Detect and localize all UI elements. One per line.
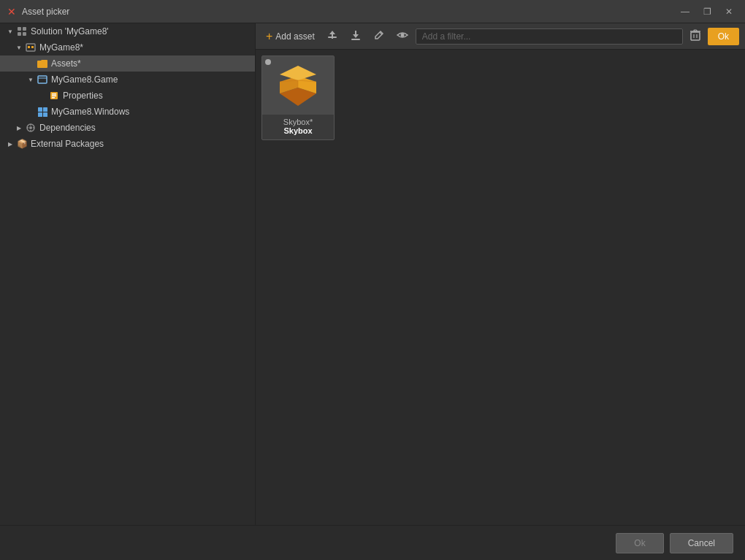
svg-rect-16 xyxy=(43,112,47,117)
bottom-bar: Ok Cancel xyxy=(0,525,745,560)
tree-dependencies[interactable]: ▶ Dependencies xyxy=(0,120,255,136)
left-panel-tree: ▼ Solution 'MyGame8' ▼ xyxy=(0,23,256,525)
tree-project[interactable]: ▼ MyGame8* xyxy=(0,39,255,55)
asset-name-bottom: Skybox xyxy=(265,126,331,135)
trash-icon xyxy=(690,29,700,43)
bottom-ok-button[interactable]: Ok xyxy=(616,533,663,553)
solution-arrow: ▼ xyxy=(6,27,15,36)
svg-rect-27 xyxy=(691,32,700,40)
plus-icon: + xyxy=(266,30,272,43)
toolbar-ok-button[interactable]: Ok xyxy=(708,28,739,45)
import-icon xyxy=(350,29,362,43)
window-controls: — ❐ ✕ xyxy=(675,4,739,19)
asset-tile-skybox[interactable]: Skybox* Skybox xyxy=(261,55,335,140)
game-label: MyGame8.Game xyxy=(51,74,118,85)
asset-grid: Skybox* Skybox xyxy=(256,50,745,525)
asset-dot xyxy=(265,59,271,65)
dependencies-arrow: ▶ xyxy=(15,123,23,132)
project-icon xyxy=(25,42,37,53)
svg-rect-6 xyxy=(31,46,34,48)
svg-rect-10 xyxy=(52,93,56,95)
svg-marker-35 xyxy=(280,66,316,80)
assets-label: Assets* xyxy=(51,58,81,69)
svg-point-26 xyxy=(400,34,404,37)
asset-thumbnail xyxy=(262,56,334,115)
tree-solution[interactable]: ▼ Solution 'MyGame8' xyxy=(0,23,255,39)
title-bar: ✕ Asset picker — ❐ ✕ xyxy=(0,0,745,23)
windows-label: MyGame8.Windows xyxy=(51,107,129,117)
project-label: MyGame8* xyxy=(39,42,83,53)
svg-rect-24 xyxy=(351,39,360,40)
visibility-button[interactable] xyxy=(392,27,413,46)
window-title: Asset picker xyxy=(22,7,675,17)
svg-rect-0 xyxy=(18,27,21,31)
export-icon xyxy=(326,29,338,43)
edit-button[interactable] xyxy=(369,27,389,46)
asset-name-top: Skybox* xyxy=(265,118,331,126)
filter-input[interactable] xyxy=(416,28,683,45)
maximize-button[interactable]: ❐ xyxy=(697,4,717,19)
tree-properties[interactable]: ▶ Properties xyxy=(0,88,255,104)
svg-rect-11 xyxy=(52,96,56,97)
minimize-button[interactable]: — xyxy=(675,4,695,19)
add-asset-button[interactable]: + Add asset xyxy=(261,27,319,46)
svg-rect-2 xyxy=(18,32,21,36)
svg-rect-4 xyxy=(26,44,35,51)
bottom-cancel-button[interactable]: Cancel xyxy=(670,533,733,553)
svg-rect-1 xyxy=(23,27,26,31)
tree-windows[interactable]: ▶ MyGame8.Windows xyxy=(0,104,255,120)
external-packages-arrow: ▶ xyxy=(6,139,15,148)
windows-icon xyxy=(37,106,48,118)
svg-rect-7 xyxy=(38,76,47,83)
import-button[interactable] xyxy=(345,27,366,46)
properties-label: Properties xyxy=(63,91,103,101)
game-arrow: ▼ xyxy=(26,75,35,84)
export-button[interactable] xyxy=(322,27,343,46)
solution-label: Solution 'MyGame8' xyxy=(31,26,109,37)
tree-assets[interactable]: ▶ Assets* xyxy=(0,55,255,72)
app-icon: ✕ xyxy=(6,6,18,18)
tree-external-packages[interactable]: ▶ 📦 External Packages xyxy=(0,136,255,152)
svg-rect-12 xyxy=(52,97,55,99)
svg-rect-14 xyxy=(43,107,47,112)
toolbar: + Add asset xyxy=(256,23,745,50)
right-panel: + Add asset xyxy=(256,23,745,525)
close-button[interactable]: ✕ xyxy=(719,4,739,19)
svg-rect-5 xyxy=(28,46,30,48)
pencil-icon xyxy=(373,29,385,43)
add-asset-label: Add asset xyxy=(275,31,314,42)
dependencies-icon xyxy=(25,122,37,134)
svg-point-18 xyxy=(29,126,32,129)
main-layout: ▼ Solution 'MyGame8' ▼ xyxy=(0,23,745,525)
svg-rect-15 xyxy=(38,112,42,117)
asset-info: Skybox* Skybox xyxy=(262,115,334,139)
external-packages-label: External Packages xyxy=(31,139,104,149)
project-arrow: ▼ xyxy=(15,43,23,52)
dependencies-label: Dependencies xyxy=(39,123,96,133)
properties-icon xyxy=(48,90,60,101)
eye-icon xyxy=(397,29,408,43)
tree-game[interactable]: ▼ MyGame8.Game xyxy=(0,72,255,88)
solution-icon xyxy=(16,26,28,37)
game-icon xyxy=(37,74,48,85)
external-packages-icon: 📦 xyxy=(16,138,28,150)
svg-rect-13 xyxy=(38,107,42,112)
delete-button[interactable] xyxy=(686,27,705,46)
svg-rect-3 xyxy=(23,32,26,36)
svg-rect-29 xyxy=(694,30,697,31)
assets-folder-icon xyxy=(37,58,48,69)
